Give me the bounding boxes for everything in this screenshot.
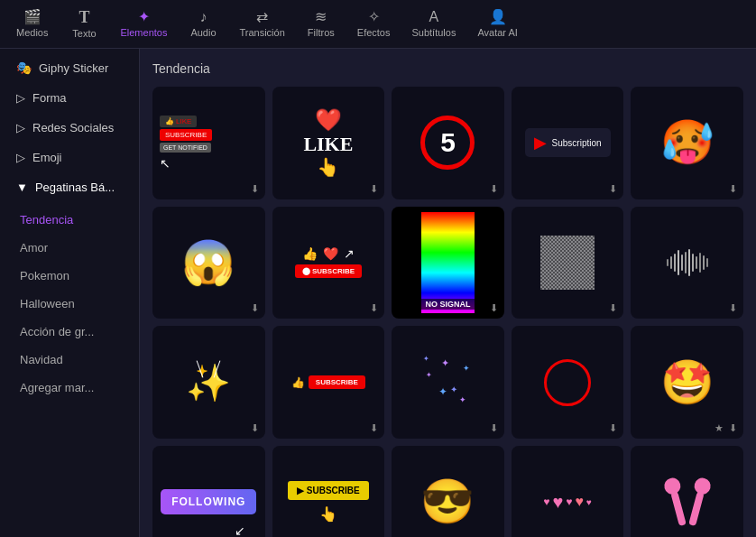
medios-icon: 🎬 [23, 10, 41, 24]
card-stars-inner: ✦ ✦ ✦ ✦ ✦ ✦ ✦ [392, 326, 504, 439]
like-text: LIKE [303, 133, 353, 156]
firework-visual: ✨ [181, 356, 235, 410]
sidebar-emoji-label: Emoji [32, 151, 62, 164]
main-layout: 🎭 Giphy Sticker ▷ Forma ▷ Redes Sociales… [0, 49, 756, 537]
card-timer[interactable]: 5 ⬇ [392, 87, 504, 199]
forma-chevron: ▷ [16, 91, 25, 105]
card-following[interactable]: FOLLOWING ↙ ⬇ [152, 446, 265, 537]
nav-efectos[interactable]: ✧ Efectos [348, 6, 400, 42]
sidebar-section-top: 🎭 Giphy Sticker ▷ Forma ▷ Redes Sociales… [0, 49, 139, 206]
sidebar-sub-navidad[interactable]: Navidad [0, 346, 139, 374]
card-emoji-hot-inner: 🥵 [631, 87, 743, 199]
sidebar-sub-pokemon[interactable]: Pokemon [0, 262, 139, 290]
nav-efectos-label: Efectos [357, 27, 391, 38]
nav-elementos[interactable]: ✦ Elementos [111, 6, 176, 42]
nav-filtros[interactable]: ≋ Filtros [298, 6, 345, 42]
download-icon: ⬇ [370, 422, 378, 434]
section-title: Tendencia [152, 61, 743, 76]
sidebar-item-forma[interactable]: ▷ Forma [4, 83, 135, 113]
card-emoji-cool[interactable]: 😎 ⬇ [392, 446, 504, 537]
card-yt-react-inner: 👍❤️↗ ⬤ SUBSCRIBE [272, 207, 385, 319]
sidebar-sub-accion[interactable]: Acción de gr... [0, 318, 139, 346]
card-yt-sub3-inner: 👍 SUBSCRIBE [272, 326, 385, 439]
following-btn: FOLLOWING [161, 489, 256, 514]
audio-wave [667, 249, 708, 276]
download-icon: ⬇ [729, 422, 737, 434]
thumbs-sub: 👍 SUBSCRIBE [291, 375, 365, 389]
card-audio-wave[interactable]: ⬇ [631, 207, 743, 319]
efectos-icon: ✧ [368, 10, 380, 24]
audio-icon: ♪ [199, 10, 207, 24]
card-yt-sub2-inner: ▶ Subscription [512, 87, 624, 199]
pegatinas-chevron: ▼ [16, 181, 28, 194]
card-stars-animation[interactable]: ✦ ✦ ✦ ✦ ✦ ✦ ✦ ⬇ [392, 326, 504, 439]
card-yt-react[interactable]: 👍❤️↗ ⬤ SUBSCRIBE ⬇ [272, 207, 385, 319]
card-emoji-eyes[interactable]: 🤩 ★ ⬇ [631, 326, 743, 439]
timer-circle: 5 [420, 116, 475, 170]
nav-texto[interactable]: T Texto [60, 5, 107, 42]
nav-subtitulos[interactable]: A Subtítulos [402, 6, 465, 42]
card-static[interactable]: ⬇ [512, 207, 624, 319]
nav-transicion[interactable]: ⇄ Transición [230, 6, 293, 42]
card-like-big-inner: ❤️ LIKE 👆 [272, 87, 385, 199]
sidebar-item-pegatinas[interactable]: ▼ Pegatinas Bá... [4, 172, 135, 202]
card-emoji-hot[interactable]: 🥵 ⬇ [631, 87, 743, 199]
nav-subtitulos-label: Subtítulos [411, 27, 456, 38]
sidebar-item-redes[interactable]: ▷ Redes Sociales [4, 113, 135, 143]
hand-cursor: 👆 [317, 156, 339, 178]
card-yt-sub2[interactable]: ▶ Subscription ⬇ [512, 87, 624, 199]
card-yt-sub[interactable]: 👍 LIKE SUBSCRIBE GET NOTIFIED ↖ ⬇ [152, 87, 265, 199]
nav-elementos-label: Elementos [120, 27, 167, 38]
nav-audio[interactable]: ♪ Audio [180, 6, 226, 42]
nav-avatar-ai[interactable]: 👤 Avatar AI [468, 6, 526, 42]
nav-audio-label: Audio [190, 27, 216, 38]
download-icon: ⬇ [729, 302, 737, 314]
sidebar-item-emoji[interactable]: ▷ Emoji [4, 143, 135, 172]
card-like-big[interactable]: ❤️ LIKE 👆 ⬇ [272, 87, 385, 199]
download-icon: ⬇ [490, 183, 498, 195]
stars-display: ✦ ✦ ✦ ✦ ✦ ✦ ✦ [419, 353, 477, 412]
sidebar-sub-halloween[interactable]: Halloween [0, 290, 139, 318]
giphy-icon: 🎭 [16, 60, 32, 75]
top-nav: 🎬 Medios T Texto ✦ Elementos ♪ Audio ⇄ T… [0, 0, 756, 49]
card-circle-inner [512, 326, 624, 439]
card-shock-emoji[interactable]: 😱 ⬇ [152, 207, 265, 319]
sub-btn-yellow: ▶ SUBSCRIBE [288, 481, 369, 500]
nav-medios[interactable]: 🎬 Medios [7, 6, 57, 42]
card-yt-sub3[interactable]: 👍 SUBSCRIBE ⬇ [272, 326, 385, 439]
yt-like-btn: 👍 LIKE [160, 116, 197, 127]
elementos-icon: ✦ [138, 10, 150, 24]
timer-number: 5 [440, 127, 456, 158]
sidebar-sub-amor[interactable]: Amor [0, 234, 139, 262]
sidebar-item-giphy[interactable]: 🎭 Giphy Sticker [4, 52, 135, 83]
card-firework[interactable]: ✨ ⬇ [152, 326, 265, 439]
card-static-inner [512, 207, 624, 319]
hand-cursor2: 👆 [319, 505, 337, 523]
sidebar-sub-tendencia[interactable]: Tendencia [0, 206, 139, 234]
sub-btn-red: ⬤ SUBSCRIBE [295, 264, 362, 278]
nav-texto-label: Texto [72, 28, 96, 39]
avatar-icon: 👤 [489, 10, 507, 24]
card-audio-inner [631, 207, 743, 319]
download-icon: ⬇ [609, 302, 617, 314]
star-icon: ★ [715, 422, 724, 434]
nav-avatar-label: Avatar AI [477, 27, 517, 38]
card-shock-inner: 😱 [152, 207, 265, 319]
filtros-icon: ≋ [315, 10, 327, 24]
card-pompom-inner [631, 446, 743, 537]
card-firework-inner: ✨ [152, 326, 265, 439]
hearts-display: ♥ ♥ ♥ ♥ ♥ [543, 492, 592, 513]
card-hearts[interactable]: ♥ ♥ ♥ ♥ ♥ ⬇ [512, 446, 624, 537]
sidebar: 🎭 Giphy Sticker ▷ Forma ▷ Redes Sociales… [0, 49, 140, 537]
card-pompom[interactable]: ⬇ [631, 446, 743, 537]
nav-transicion-label: Transición [239, 27, 284, 38]
card-subscribe2[interactable]: ▶ SUBSCRIBE 👆 ⬇ [272, 446, 385, 537]
download-icon: ⬇ [370, 183, 378, 195]
card-yt-sub-inner: 👍 LIKE SUBSCRIBE GET NOTIFIED ↖ [152, 87, 265, 199]
nav-filtros-label: Filtros [308, 27, 335, 38]
sidebar-sub-agregar[interactable]: Agregar mar... [0, 374, 139, 402]
heart-icon: ❤️ [315, 107, 342, 133]
card-red-circle[interactable]: ⬇ [512, 326, 624, 439]
card-no-signal[interactable]: NO SIGNAL ⬇ [392, 207, 504, 319]
download-icon: ⬇ [251, 183, 259, 195]
